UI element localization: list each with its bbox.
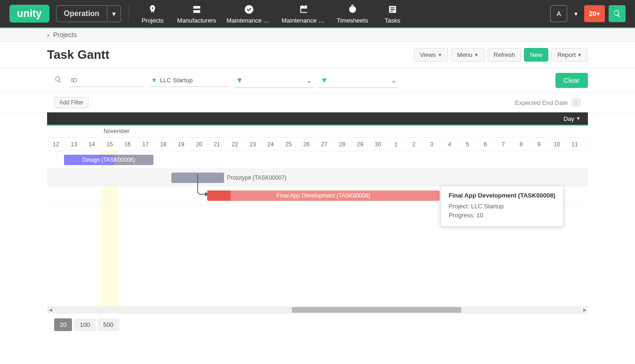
nav-maint-sched[interactable]: Maintenance Sc... [226, 4, 271, 24]
task-bar-design[interactable]: Design (TASK00006) [64, 155, 153, 165]
nav-label: Manufacturers [177, 17, 216, 24]
refresh-button[interactable]: Refresh [488, 48, 522, 62]
nav-label: Maintenance Sc... [226, 17, 271, 24]
views-dropdown[interactable]: Views▼ [414, 48, 448, 62]
id-filter-input[interactable] [69, 74, 145, 87]
funnel-icon: ▼ [151, 77, 157, 84]
chevron-right-icon: › [47, 31, 49, 39]
timer-icon [347, 4, 358, 15]
day-cell: 14 [83, 138, 101, 150]
page-size-20[interactable]: 20 [54, 318, 72, 331]
tooltip-title: Final App Development (TASK00008) [449, 192, 555, 199]
scroll-left-arrow[interactable]: ◀ [47, 308, 54, 312]
day-cell: 22 [226, 138, 244, 150]
page-size-500[interactable]: 500 [97, 318, 119, 331]
day-cell: 15 [101, 138, 119, 150]
chevron-down-icon: ⌄ [306, 76, 312, 85]
check-clock-icon [243, 4, 255, 15]
timescale-selector[interactable]: Day▼ [47, 112, 588, 126]
horizontal-scrollbar[interactable]: ◀ ▶ [47, 306, 588, 314]
task-tooltip: Final App Development (TASK00008) Projec… [441, 186, 563, 227]
day-cell: 29 [351, 138, 369, 150]
divider [129, 5, 129, 22]
global-search-button[interactable] [609, 5, 626, 22]
task-bar-final-app[interactable]: Final App Development (TASK00008) [207, 190, 440, 201]
page-size-selector: 20 100 500 [0, 314, 635, 336]
day-cell: 2 [405, 138, 423, 150]
nav-projects[interactable]: Projects [138, 4, 167, 24]
operation-dropdown[interactable]: Operation ▾ [56, 5, 121, 22]
project-filter-value: LLC Startup [160, 77, 193, 84]
search-icon [613, 9, 621, 18]
server-icon [191, 4, 202, 15]
day-cell: 12 [47, 138, 65, 150]
page-title: Task Gantt [47, 47, 109, 62]
search-icon [54, 76, 62, 85]
nav-label: Projects [142, 17, 164, 24]
day-cell: 20 [190, 138, 208, 150]
notifications-button[interactable]: 20+ [584, 5, 605, 22]
day-cell: 25 [280, 138, 297, 150]
menu-dropdown[interactable]: Menu▼ [451, 48, 484, 62]
brand-logo[interactable]: unity [9, 5, 49, 23]
day-cell: 30 [369, 138, 387, 150]
sort-indicator[interactable]: Expected End Date ↑ [515, 98, 581, 107]
day-cell: 16 [119, 138, 137, 150]
operation-caret[interactable]: ▾ [107, 6, 121, 22]
rocket-icon [147, 4, 158, 15]
day-cell: 7 [494, 138, 512, 150]
report-dropdown[interactable]: Report▼ [551, 48, 588, 62]
operation-label[interactable]: Operation [56, 6, 107, 22]
nav-timesheets[interactable]: Timesheets [337, 4, 368, 24]
day-cell: 21 [208, 138, 226, 150]
day-cell: 18 [154, 138, 172, 150]
filter-dropdown-2[interactable]: ▼ ⌄ [319, 73, 399, 88]
day-cell: 19 [172, 138, 190, 150]
gantt-body[interactable]: Design (TASK00006) Prototype (TASK00007)… [47, 151, 588, 306]
tooltip-project: Project: LLC Startup [449, 203, 555, 210]
day-cell: 9 [530, 138, 548, 150]
day-cell: 28 [333, 138, 351, 150]
scroll-right-arrow[interactable]: ▶ [581, 308, 588, 312]
day-cell: 10 [548, 138, 566, 150]
day-cell: 11 [566, 138, 584, 150]
checklist-icon [387, 4, 398, 15]
nav-maint-visits[interactable]: Maintenance Vis... [281, 4, 326, 24]
day-cell: 5 [458, 138, 476, 150]
day-cell: 24 [262, 138, 280, 150]
day-cell: 4 [441, 138, 458, 150]
nav-label: Maintenance Vis... [281, 17, 326, 24]
filter-dropdown-1[interactable]: ▼ ⌄ [234, 73, 314, 88]
day-cell: 1 [387, 138, 405, 150]
calendar-icon [298, 4, 310, 15]
day-cell: 26 [297, 138, 315, 150]
day-cell: 6 [476, 138, 494, 150]
day-cell: 13 [65, 138, 83, 150]
nav-tasks[interactable]: Tasks [378, 4, 407, 24]
project-filter[interactable]: ▼ LLC Startup [149, 74, 229, 87]
nav-label: Tasks [385, 17, 400, 24]
add-filter-button[interactable]: Add Filter [54, 97, 88, 108]
user-initial-button[interactable]: A [550, 5, 567, 22]
breadcrumb-parent[interactable]: Projects [53, 31, 77, 39]
day-cell: 3 [423, 138, 441, 150]
tooltip-progress: Progress: 10 [449, 212, 555, 219]
day-header: 1213141516171819202122232425262728293012… [47, 138, 588, 151]
funnel-icon: ▼ [321, 76, 328, 85]
task-label: Prototype (TASK00007) [227, 174, 287, 181]
new-button[interactable]: New [524, 48, 548, 62]
month-header: November [47, 126, 588, 138]
day-cell: 27 [315, 138, 333, 150]
nav-label: Timesheets [337, 17, 368, 24]
nav-manufacturers[interactable]: Manufacturers [177, 4, 216, 24]
day-cell: 8 [512, 138, 530, 150]
day-cell: 17 [137, 138, 154, 150]
day-cell: 23 [244, 138, 262, 150]
sort-arrow-icon: ↑ [571, 98, 581, 107]
breadcrumb: › Projects [0, 28, 635, 42]
scroll-thumb[interactable] [292, 307, 461, 313]
page-size-100[interactable]: 100 [74, 318, 96, 331]
clear-button[interactable]: Clear [555, 73, 588, 88]
chevron-down-icon: ⌄ [391, 76, 397, 85]
user-dropdown-caret[interactable]: ▾ [571, 5, 580, 22]
